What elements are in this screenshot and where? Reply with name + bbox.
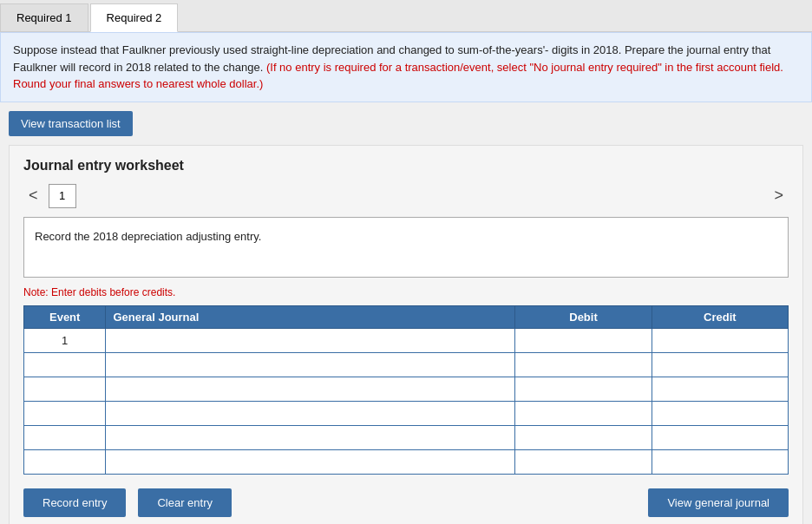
general-journal-input[interactable] (106, 377, 514, 401)
general-journal-input[interactable] (106, 329, 514, 352)
event-cell (24, 425, 106, 449)
debit-cell[interactable] (515, 449, 652, 474)
general-journal-input[interactable] (106, 353, 514, 377)
credit-input[interactable] (652, 353, 788, 377)
debit-cell[interactable] (515, 377, 652, 401)
bottom-buttons: Record entry Clear entry View general jo… (23, 488, 789, 517)
credit-input[interactable] (652, 402, 788, 425)
credit-cell[interactable] (652, 352, 788, 377)
credit-cell[interactable] (652, 377, 788, 401)
prev-page-arrow[interactable]: < (23, 185, 43, 206)
general-journal-input[interactable] (106, 450, 514, 474)
tabs-bar: Required 1 Required 2 (0, 0, 812, 32)
credit-input[interactable] (652, 426, 788, 449)
col-header-credit: Credit (652, 305, 788, 328)
tab-required2[interactable]: Required 2 (90, 3, 179, 32)
credit-input[interactable] (652, 377, 788, 401)
nav-row: < 1 > (23, 184, 789, 208)
journal-table: Event General Journal Debit Credit 1 (23, 305, 789, 475)
event-cell (24, 401, 106, 425)
debit-input[interactable] (515, 329, 651, 352)
credit-cell[interactable] (652, 425, 788, 449)
general-journal-input[interactable] (106, 426, 514, 449)
debit-cell[interactable] (515, 401, 652, 425)
event-cell: 1 (24, 328, 106, 352)
debit-input[interactable] (515, 377, 651, 401)
general-journal-cell[interactable] (106, 352, 515, 377)
debit-cell[interactable] (515, 328, 652, 352)
general-journal-cell[interactable] (106, 449, 515, 474)
general-journal-cell[interactable] (106, 328, 515, 352)
credit-cell[interactable] (652, 449, 788, 474)
worksheet-title: Journal entry worksheet (23, 158, 789, 174)
debit-input[interactable] (515, 402, 651, 425)
table-row (24, 352, 789, 377)
general-journal-cell[interactable] (106, 377, 515, 401)
table-row (24, 449, 789, 474)
debit-input[interactable] (515, 353, 651, 377)
description-box: Record the 2018 depreciation adjusting e… (23, 217, 789, 278)
info-box: Suppose instead that Faulkner previously… (0, 32, 812, 102)
general-journal-input[interactable] (106, 402, 514, 425)
table-row (24, 377, 789, 401)
col-header-debit: Debit (515, 305, 652, 328)
note-text: Note: Enter debits before credits. (23, 286, 789, 298)
event-cell (24, 352, 106, 377)
col-header-general-journal: General Journal (106, 305, 515, 328)
debit-cell[interactable] (515, 425, 652, 449)
general-journal-cell[interactable] (106, 401, 515, 425)
event-cell (24, 449, 106, 474)
debit-cell[interactable] (515, 352, 652, 377)
table-row (24, 425, 789, 449)
credit-cell[interactable] (652, 401, 788, 425)
record-entry-button[interactable]: Record entry (23, 488, 126, 517)
credit-input[interactable] (652, 450, 788, 474)
table-row: 1 (24, 328, 789, 352)
tab-required1[interactable]: Required 1 (0, 3, 88, 31)
table-row (24, 401, 789, 425)
general-journal-cell[interactable] (106, 425, 515, 449)
clear-entry-button[interactable]: Clear entry (138, 488, 232, 517)
next-page-arrow[interactable]: > (769, 185, 789, 206)
credit-cell[interactable] (652, 328, 788, 352)
view-general-journal-button[interactable]: View general journal (648, 488, 789, 517)
debit-input[interactable] (515, 426, 651, 449)
view-transaction-button[interactable]: View transaction list (9, 111, 133, 136)
page-number: 1 (49, 184, 76, 208)
debit-input[interactable] (515, 450, 651, 474)
worksheet-card: Journal entry worksheet < 1 > Record the… (9, 145, 803, 525)
event-cell (24, 377, 106, 401)
credit-input[interactable] (652, 329, 788, 352)
col-header-event: Event (24, 305, 106, 328)
